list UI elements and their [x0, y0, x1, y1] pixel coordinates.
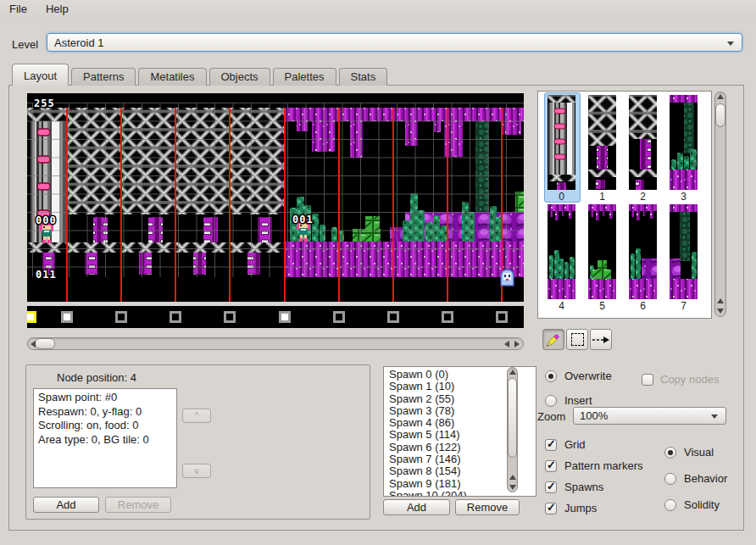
node-marker-6[interactable] [333, 311, 345, 323]
h-scroll-track[interactable] [27, 337, 524, 350]
tab-palettes[interactable]: Palettes [273, 68, 336, 86]
pattern-thumb-label: 5 [588, 300, 616, 312]
radio-overwrite[interactable]: Overwrite [545, 364, 612, 388]
h-scroll-thumb[interactable] [35, 338, 55, 349]
tool-pencil-button[interactable] [542, 329, 564, 350]
scroll-down-icon[interactable] [717, 309, 724, 314]
scroll-up-icon[interactable] [717, 298, 724, 303]
pattern-thumb-3[interactable] [670, 95, 698, 190]
radio-icon [664, 499, 676, 511]
pattern-thumb-label: 1 [588, 191, 616, 203]
spawn-scrollbar[interactable] [507, 367, 518, 492]
spawn-list-item[interactable]: Spawn 6 (122) [389, 442, 524, 453]
pattern-scrollbar[interactable] [714, 92, 726, 317]
level-combobox[interactable]: Asteroid 1 [47, 33, 742, 52]
checkbox-grid[interactable]: Grid [545, 434, 642, 455]
level-combobox-value: Asteroid 1 [54, 36, 104, 49]
pencil-icon [545, 331, 562, 348]
tab-patterns[interactable]: Patterns [71, 68, 136, 86]
pattern-thumb-0[interactable] [548, 95, 575, 190]
pattern-thumb-7[interactable] [670, 204, 698, 299]
node-marker-4[interactable] [224, 311, 236, 323]
node-marker-5[interactable] [279, 311, 291, 323]
radio-icon [664, 473, 676, 485]
move-arrow-icon [592, 335, 610, 345]
checkbox-spawns[interactable]: Spawns [545, 476, 642, 498]
node-up-button: ^ [182, 409, 211, 423]
pattern-thumb-partial[interactable] [548, 313, 575, 317]
chevron-down-icon [727, 42, 734, 46]
radio-behavior[interactable]: Behavior [664, 465, 727, 492]
spawn-list-item[interactable]: Spawn 0 (0) [389, 369, 524, 381]
tool-move-button[interactable] [590, 329, 612, 350]
spawn-list-item[interactable]: Spawn 2 (55) [389, 393, 524, 405]
radio-visual[interactable]: Visual [664, 439, 727, 465]
radio-solidity[interactable]: Solidity [664, 492, 727, 518]
pattern-thumb-partial[interactable] [670, 313, 698, 317]
spawn-list-item[interactable]: Spawn 7 (146) [389, 453, 524, 465]
node-down-button: v [182, 464, 211, 478]
canvas-h-scrollbar[interactable] [27, 337, 524, 350]
pattern-thumb-5[interactable] [588, 204, 616, 299]
scroll-up-icon[interactable] [509, 475, 516, 480]
spawn-list-item[interactable]: Spawn 9 (181) [389, 478, 524, 490]
node-marker-9[interactable] [496, 311, 508, 323]
node-remove-button: Remove [105, 497, 171, 513]
tab-bar: LayoutPatternsMetatilesObjectsPalettesSt… [12, 64, 387, 86]
tab-layout[interactable]: Layout [12, 64, 69, 86]
pattern-thumb-4[interactable] [548, 204, 575, 299]
scroll-down-icon[interactable] [509, 485, 516, 490]
tab-metatiles[interactable]: Metatiles [138, 68, 206, 86]
svg-text:255: 255 [34, 97, 55, 109]
node-marker-3[interactable] [170, 311, 181, 323]
pattern-thumb-label: 7 [670, 300, 698, 312]
level-label: Level [12, 38, 38, 51]
zoom-combobox[interactable]: 100% [573, 407, 726, 425]
node-info-box[interactable]: Spawn point: #0Respawn: 0, y-flag: 0Scro… [33, 388, 177, 488]
checkbox-jumps[interactable]: Jumps [545, 498, 642, 519]
node-marker-0[interactable] [27, 311, 36, 323]
checkbox-pattern-markers[interactable]: Pattern markers [545, 455, 642, 476]
radio-icon [545, 370, 557, 382]
svg-text:000: 000 [36, 214, 57, 226]
spawn-list-item[interactable]: Spawn 1 (10) [389, 381, 524, 392]
menu-bar: FileHelp [0, 0, 756, 19]
scroll-left-icon[interactable] [31, 341, 36, 348]
spawn-list-item[interactable]: Spawn 8 (154) [389, 465, 524, 477]
tab-stats[interactable]: Stats [339, 68, 388, 86]
node-marker-1[interactable] [61, 311, 73, 323]
scroll-left-icon[interactable] [504, 341, 509, 348]
node-add-button[interactable]: Add [33, 497, 99, 513]
pattern-thumb-6[interactable] [629, 204, 657, 299]
scroll-up-icon[interactable] [509, 370, 516, 375]
pattern-thumb-label: 4 [548, 300, 575, 312]
pattern-scroll-thumb[interactable] [715, 103, 725, 127]
spawn-scroll-thumb[interactable] [508, 378, 517, 458]
pattern-thumb-partial[interactable] [629, 313, 657, 317]
spawn-add-button[interactable]: Add [383, 499, 450, 515]
menu-help[interactable]: Help [36, 0, 78, 19]
pattern-thumb-partial[interactable] [588, 313, 616, 317]
spawn-list-item[interactable]: Spawn 10 (204) [389, 490, 524, 497]
svg-text:001: 001 [292, 214, 314, 225]
spawn-remove-button[interactable]: Remove [455, 499, 520, 515]
pattern-thumb-2[interactable] [629, 95, 657, 190]
level-canvas[interactable]: 255000011001 [27, 93, 524, 302]
scroll-right-icon[interactable] [514, 341, 520, 348]
pattern-thumb-1[interactable] [588, 95, 616, 190]
node-strip[interactable] [27, 306, 524, 328]
spawn-list-item[interactable]: Spawn 3 (78) [389, 405, 524, 417]
tool-select-button[interactable] [566, 329, 588, 350]
spawn-list-item[interactable]: Spawn 4 (86) [389, 417, 524, 429]
tab-objects[interactable]: Objects [209, 68, 270, 86]
node-marker-7[interactable] [387, 311, 399, 323]
copy-nodes-checkbox: Copy nodes [642, 373, 719, 386]
scroll-up-icon[interactable] [717, 94, 724, 99]
level-editor-window: FileHelp Level Asteroid 1 LayoutPatterns… [0, 0, 756, 545]
menu-file[interactable]: File [0, 0, 36, 19]
spawn-list-item[interactable]: Spawn 5 (114) [389, 429, 524, 441]
node-marker-2[interactable] [115, 311, 127, 323]
node-marker-8[interactable] [442, 311, 453, 323]
pattern-list[interactable]: 01234567 [537, 91, 712, 319]
pattern-thumb-label: 0 [548, 191, 575, 203]
